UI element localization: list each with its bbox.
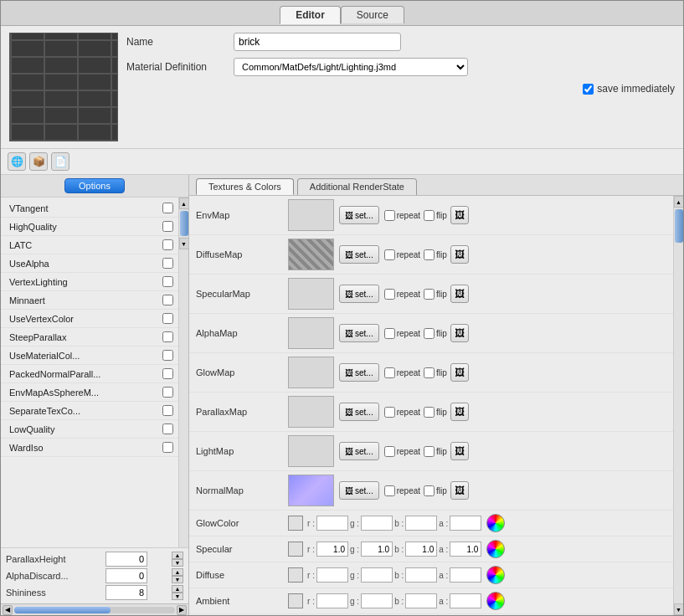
spinner-down[interactable]: ▼ — [172, 576, 183, 583]
flip-cb[interactable] — [424, 485, 435, 496]
option-vtangent-cb[interactable] — [162, 203, 173, 213]
tex-diffusemap-set-btn[interactable]: 🖼 set... — [339, 245, 379, 264]
tex-parallaxmap-more-btn[interactable]: 🖼 — [450, 403, 469, 421]
option-latc-cb[interactable] — [162, 239, 173, 250]
tex-diffusemap-flip[interactable]: flip — [424, 249, 447, 260]
flip-cb[interactable] — [424, 328, 435, 339]
color-specular-wheel[interactable] — [486, 540, 505, 558]
rgba-specular-b[interactable] — [405, 542, 437, 557]
tex-normalmap-more-btn[interactable]: 🖼 — [450, 481, 469, 500]
toolbar-box-icon[interactable]: 📦 — [29, 152, 48, 171]
color-ambient-swatch[interactable] — [288, 593, 303, 608]
option-packednormal-cb[interactable] — [162, 368, 173, 379]
rgba-diffuse-g[interactable] — [361, 567, 393, 583]
spinner-shininess-input[interactable] — [105, 585, 147, 600]
tab-additional-renderstate[interactable]: Additional RenderState — [297, 178, 417, 195]
flip-cb[interactable] — [424, 210, 435, 221]
hscroll-thumb[interactable] — [14, 607, 111, 613]
option-wardiso-cb[interactable] — [162, 442, 173, 453]
rgba-specular-r[interactable] — [316, 542, 348, 557]
color-specular-swatch[interactable] — [288, 542, 303, 557]
hscroll-right[interactable]: ▶ — [177, 605, 187, 615]
option-minnaert-cb[interactable] — [162, 295, 173, 305]
toolbar-globe-icon[interactable]: 🌐 — [8, 152, 26, 171]
rgba-diffuse-a[interactable] — [450, 567, 481, 583]
option-envmapsphere-cb[interactable] — [162, 387, 173, 398]
color-glowcolor-swatch[interactable] — [288, 516, 303, 531]
tex-envmap-more-btn[interactable]: 🖼 — [450, 206, 469, 224]
option-vertexlighting-cb[interactable] — [162, 276, 173, 287]
spinner-up[interactable]: ▲ — [172, 585, 183, 593]
flip-cb[interactable] — [424, 367, 435, 378]
tex-normalmap-set-btn[interactable]: 🖼 set... — [339, 481, 379, 500]
repeat-cb[interactable] — [384, 367, 395, 378]
rgba-glowcolor-a[interactable] — [450, 516, 481, 531]
rgba-specular-a[interactable] — [450, 542, 481, 557]
color-diffuse-swatch[interactable] — [288, 567, 303, 583]
tex-lightmap-more-btn[interactable]: 🖼 — [450, 442, 469, 460]
right-scroll-up[interactable]: ▲ — [674, 196, 684, 208]
left-scrollbar[interactable]: ▲ ▼ — [178, 198, 188, 547]
toolbar-doc-icon[interactable]: 📄 — [51, 152, 69, 171]
color-ambient-wheel[interactable] — [486, 592, 505, 610]
repeat-cb[interactable] — [384, 210, 395, 221]
spinner-down[interactable]: ▼ — [172, 559, 183, 567]
tex-specularmap-set-btn[interactable]: 🖼 set... — [339, 285, 379, 303]
tex-parallaxmap-set-btn[interactable]: 🖼 set... — [339, 403, 379, 421]
scroll-thumb[interactable] — [180, 211, 188, 236]
repeat-cb[interactable] — [384, 407, 395, 418]
scroll-up-arrow[interactable]: ▲ — [179, 198, 189, 209]
right-scroll-down[interactable]: ▼ — [674, 603, 684, 615]
tex-envmap-flip[interactable]: flip — [424, 210, 447, 221]
tex-alphamap-set-btn[interactable]: 🖼 set... — [339, 324, 379, 342]
tab-editor[interactable]: Editor — [280, 6, 341, 24]
tex-glowmap-set-btn[interactable]: 🖼 set... — [339, 363, 379, 382]
color-diffuse-wheel[interactable] — [486, 566, 505, 584]
spinner-up[interactable]: ▲ — [172, 552, 183, 559]
rgba-diffuse-r[interactable] — [316, 567, 348, 583]
color-glowcolor-wheel[interactable] — [486, 514, 505, 532]
spinner-parallaxheight-input[interactable] — [105, 552, 147, 567]
option-usematerialcol-cb[interactable] — [162, 350, 173, 361]
rgba-ambient-b[interactable] — [405, 593, 437, 608]
option-usealpha-cb[interactable] — [162, 258, 173, 269]
repeat-cb[interactable] — [384, 485, 395, 496]
tex-diffusemap-repeat[interactable]: repeat — [384, 249, 420, 260]
flip-cb[interactable] — [424, 249, 435, 260]
save-checkbox[interactable] — [583, 84, 594, 95]
tex-diffusemap-more-btn[interactable]: 🖼 — [450, 245, 469, 264]
rgba-glowcolor-b[interactable] — [405, 516, 437, 531]
save-checkbox-label[interactable]: save immediately — [583, 83, 675, 95]
right-scroll-thumb[interactable] — [675, 209, 683, 243]
spinner-alphadiscard-input[interactable] — [105, 568, 147, 583]
rgba-ambient-a[interactable] — [450, 593, 481, 608]
tex-glowmap-more-btn[interactable]: 🖼 — [450, 363, 469, 382]
option-steepparallax-cb[interactable] — [162, 331, 173, 342]
option-separatetex-cb[interactable] — [162, 405, 173, 416]
tex-specularmap-more-btn[interactable]: 🖼 — [450, 285, 469, 303]
rgba-glowcolor-r[interactable] — [316, 516, 348, 531]
rgba-ambient-r[interactable] — [316, 593, 348, 608]
tex-lightmap-set-btn[interactable]: 🖼 set... — [339, 442, 379, 460]
tab-source[interactable]: Source — [341, 6, 404, 23]
tab-textures-colors[interactable]: Textures & Colors — [196, 178, 294, 195]
option-lowquality-cb[interactable] — [162, 424, 173, 434]
flip-cb[interactable] — [424, 446, 435, 457]
repeat-cb[interactable] — [384, 289, 395, 300]
matdef-select[interactable]: Common/MatDefs/Light/Lighting.j3md — [234, 58, 468, 76]
spinner-up[interactable]: ▲ — [172, 568, 183, 576]
rgba-ambient-g[interactable] — [361, 593, 393, 608]
tex-envmap-set-btn[interactable]: 🖼 set... — [339, 206, 379, 224]
name-input[interactable] — [234, 33, 401, 51]
rgba-diffuse-b[interactable] — [405, 567, 437, 583]
flip-cb[interactable] — [424, 289, 435, 300]
scroll-down-arrow[interactable]: ▼ — [179, 238, 189, 249]
repeat-cb[interactable] — [384, 446, 395, 457]
flip-cb[interactable] — [424, 407, 435, 418]
options-button[interactable]: Options — [64, 178, 125, 193]
rgba-specular-g[interactable] — [361, 542, 393, 557]
option-usevertexcolor-cb[interactable] — [162, 313, 173, 324]
option-highquality-cb[interactable] — [162, 221, 173, 232]
rgba-glowcolor-g[interactable] — [361, 516, 393, 531]
tex-envmap-repeat[interactable]: repeat — [384, 210, 420, 221]
